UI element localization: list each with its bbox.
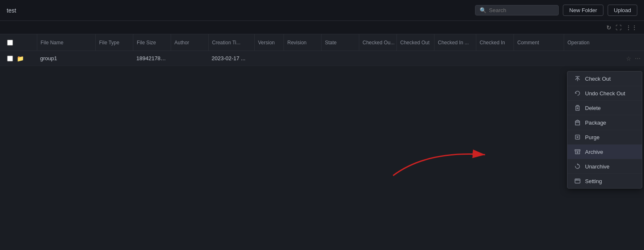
svg-rect-9 xyxy=(575,150,580,151)
topbar-actions: 🔍 New Folder Upload xyxy=(475,5,637,16)
th-checkedout: Checked Out xyxy=(396,34,434,51)
th-filesize: File Size xyxy=(133,34,171,51)
star-icon[interactable]: ☆ xyxy=(626,55,631,62)
ctx-package[interactable]: Package xyxy=(567,115,642,130)
ctx-setting[interactable]: Setting xyxy=(567,174,642,188)
row-checkbox[interactable] xyxy=(7,56,13,61)
th-filename: File Name xyxy=(37,34,95,51)
row-actions: ☆ ⋯ xyxy=(626,55,641,62)
ctx-check-out[interactable]: Check Out xyxy=(567,71,642,86)
upload-button[interactable]: Upload xyxy=(608,5,637,16)
package-icon xyxy=(574,119,581,126)
toolbar: ↻ ⛶ ⋮⋮ xyxy=(0,21,644,34)
th-checkedin: Checked In xyxy=(476,34,514,51)
svg-rect-4 xyxy=(575,121,580,125)
ctx-purge-label: Purge xyxy=(585,134,600,140)
checkout-icon xyxy=(574,75,581,82)
ctx-unarchive-label: Unarchive xyxy=(585,163,610,170)
cell-filename: group1 xyxy=(37,55,95,61)
expand-icon[interactable]: ⛶ xyxy=(616,24,621,31)
row-icons: 📁 xyxy=(17,55,37,62)
table-header: File Name File Type File Size Author Cre… xyxy=(0,34,644,51)
ctx-package-label: Package xyxy=(585,120,606,126)
cell-creation: 2023-02-17 ... xyxy=(208,55,254,61)
folder-icon: 📁 xyxy=(17,55,24,62)
ctx-archive[interactable]: Archive xyxy=(567,145,642,159)
ctx-delete-label: Delete xyxy=(585,105,601,111)
th-author: Author xyxy=(171,34,208,51)
row-checkbox-container xyxy=(3,56,17,61)
unarchive-icon xyxy=(574,163,581,170)
search-icon: 🔍 xyxy=(480,7,486,13)
ctx-undo-check-out-label: Undo Check Out xyxy=(585,90,625,97)
search-box: 🔍 xyxy=(475,5,559,15)
archive-icon xyxy=(574,148,581,155)
red-arrow-annotation xyxy=(385,142,502,185)
ctx-undo-check-out[interactable]: Undo Check Out xyxy=(567,86,642,101)
cell-filesize: 18942178870 xyxy=(133,55,171,61)
grid-icon[interactable]: ⋮⋮ xyxy=(626,24,637,31)
more-icon[interactable]: ⋯ xyxy=(635,55,641,62)
ctx-delete[interactable]: Delete xyxy=(567,101,642,115)
th-filetype: File Type xyxy=(95,34,133,51)
th-revision: Revision xyxy=(284,34,321,51)
th-operation: Operation xyxy=(564,34,641,51)
select-all-checkbox[interactable] xyxy=(7,40,13,46)
th-comment: Comment xyxy=(514,34,564,51)
th-state: State xyxy=(321,34,359,51)
select-all-checkbox-container xyxy=(3,40,17,46)
undo-checkout-icon xyxy=(574,90,581,97)
search-input[interactable] xyxy=(489,7,556,13)
delete-icon xyxy=(574,105,581,111)
table-body: 📁 group1 18942178870 2023-02-17 ... ☆ ⋯ xyxy=(0,51,644,66)
th-checkedout-by: Checked Ou... xyxy=(359,34,396,51)
new-folder-button[interactable]: New Folder xyxy=(563,5,603,16)
th-creation: Creation Ti... xyxy=(208,34,254,51)
table-row[interactable]: 📁 group1 18942178870 2023-02-17 ... ☆ ⋯ xyxy=(0,51,644,66)
refresh-icon[interactable]: ↻ xyxy=(606,24,611,31)
svg-rect-11 xyxy=(575,179,580,183)
ctx-check-out-label: Check Out xyxy=(585,76,611,82)
purge-icon xyxy=(574,134,581,140)
setting-icon xyxy=(574,178,581,184)
th-checkedin-by: Checked In ... xyxy=(434,34,476,51)
topbar: test 🔍 New Folder Upload xyxy=(0,0,644,21)
ctx-setting-label: Setting xyxy=(585,178,602,184)
context-menu: Check Out Undo Check Out Delete xyxy=(567,71,642,189)
ctx-unarchive[interactable]: Unarchive xyxy=(567,159,642,174)
ctx-archive-label: Archive xyxy=(585,149,603,155)
ctx-purge[interactable]: Purge xyxy=(567,130,642,145)
th-version: Version xyxy=(254,34,284,51)
page-title: test xyxy=(7,7,16,14)
